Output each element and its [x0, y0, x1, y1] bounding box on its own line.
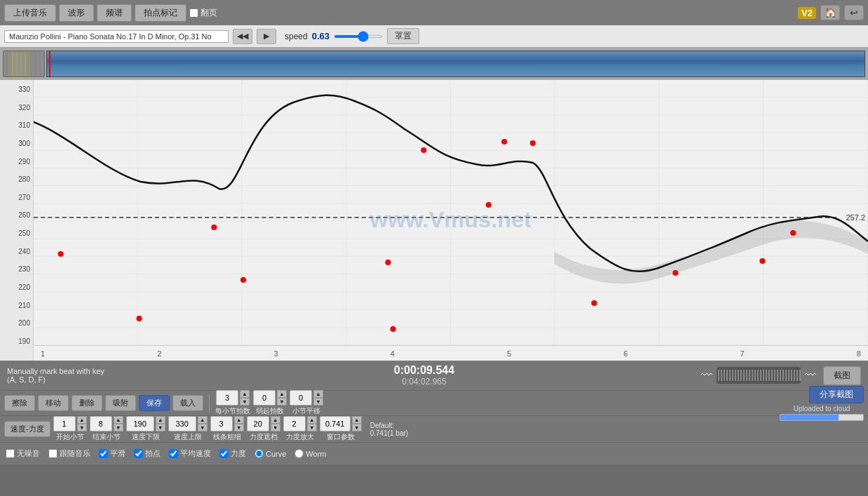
force-zoom-up[interactable]: ▲	[307, 416, 317, 424]
adsorb-button[interactable]: 吸附	[105, 395, 136, 411]
downbeat-group: ▲ ▼ 弱起拍数	[253, 390, 287, 416]
force-smooth-input[interactable]	[247, 416, 269, 431]
key-hint: (A, S, D, F)	[7, 375, 147, 384]
window-param-btns: ▲ ▼	[352, 416, 362, 431]
erase-button[interactable]: 擦除	[4, 395, 35, 411]
end-bar-input[interactable]	[90, 416, 112, 431]
line-weight-input[interactable]	[210, 416, 233, 431]
force-zoom-input[interactable]	[283, 416, 306, 431]
chart-main[interactable]: www.Vmus.net 257.2 1 2 3 4 5 6 7 8	[34, 80, 868, 361]
svg-point-9	[240, 277, 246, 283]
upload-label: Uploaded to cloud	[794, 405, 850, 413]
per-bar-beats-down[interactable]: ▼	[240, 398, 250, 405]
waveform-viewport[interactable]	[9, 51, 29, 76]
freq-button[interactable]: 频谱	[97, 4, 132, 22]
time-display: 0:00:09.544 0:04:02.965	[154, 364, 694, 387]
end-bar-up[interactable]: ▲	[114, 416, 123, 424]
window-param-input[interactable]	[320, 416, 351, 431]
upload-music-button[interactable]: 上传音乐	[4, 4, 56, 22]
force-check-group: 力度	[219, 448, 246, 459]
wave-mini[interactable]	[717, 367, 801, 384]
beat-point-group: 拍点	[134, 448, 161, 459]
worm-radio[interactable]	[294, 449, 304, 458]
speed-upper-down[interactable]: ▼	[198, 424, 208, 431]
window-param-down[interactable]: ▼	[352, 424, 362, 431]
chart-yaxis: 330 320 310 300 290 280 270 260 250 240 …	[0, 80, 34, 361]
start-bar-up[interactable]: ▲	[77, 416, 87, 424]
back-icon[interactable]: ↩	[844, 5, 864, 20]
line-weight-up[interactable]: ▲	[234, 416, 244, 424]
save-button[interactable]: 保存	[139, 395, 170, 411]
confirm-button[interactable]: 罩置	[387, 28, 419, 44]
bar-shift-down[interactable]: ▼	[313, 398, 323, 405]
per-bar-label: 每小节拍数	[215, 406, 250, 416]
force-zoom-group: ▲ ▼ 力度放大	[283, 416, 317, 442]
svg-point-13	[501, 139, 507, 145]
force-smooth-up[interactable]: ▲	[271, 416, 280, 424]
accompaniment-checkbox[interactable]	[48, 449, 57, 458]
speed-lower-group: ▲ ▼ 速度下限	[126, 416, 165, 442]
svg-point-12	[421, 147, 426, 153]
flip-checkbox[interactable]	[189, 8, 198, 18]
svg-text:www.Vmus.net: www.Vmus.net	[369, 207, 531, 232]
per-bar-beats-input[interactable]	[216, 390, 238, 405]
smooth-label: 平滑	[110, 448, 126, 459]
force-zoom-label: 力度放大	[286, 432, 314, 442]
v2-badge: V2	[798, 7, 816, 19]
beat-mark-button[interactable]: 拍点标记	[135, 4, 187, 22]
start-bar-down[interactable]: ▼	[77, 424, 87, 431]
waveform-button[interactable]: 波形	[59, 4, 94, 22]
cut-button[interactable]: 截图	[823, 366, 861, 385]
speed-lower-up[interactable]: ▲	[156, 416, 165, 424]
per-bar-beats-group: ▲ ▼ 每小节拍数	[215, 390, 250, 416]
share-button[interactable]: 分享截图	[809, 386, 864, 403]
play-button[interactable]: ▶	[257, 29, 276, 44]
speed-force-button[interactable]: 速度-力度	[4, 421, 50, 437]
speed-lower-down[interactable]: ▼	[156, 424, 165, 431]
speed-upper-label: 速度上限	[174, 432, 202, 442]
smooth-checkbox[interactable]	[99, 449, 108, 458]
delete-button[interactable]: 删除	[72, 395, 102, 411]
song-title: Maurizio Pollini - Piano Sonata No.17 In…	[4, 30, 229, 43]
window-param-group: ▲ ▼ 窗口参数	[320, 416, 362, 442]
speed-lower-input[interactable]	[126, 416, 154, 431]
force-smooth-down[interactable]: ▼	[271, 424, 280, 431]
per-bar-beats-up[interactable]: ▲	[240, 390, 250, 398]
curve-radio[interactable]	[255, 449, 264, 458]
force-zoom-btns: ▲ ▼	[307, 416, 317, 431]
svg-point-6	[136, 316, 142, 321]
bar-shift-input[interactable]	[290, 390, 312, 405]
beat-point-checkbox[interactable]	[134, 449, 143, 458]
bar-shift-up[interactable]: ▲	[313, 390, 323, 398]
force-zoom-down[interactable]: ▼	[307, 424, 317, 431]
start-bar-label: 开始小节	[56, 432, 84, 442]
speed-upper-input[interactable]	[168, 416, 196, 431]
dashed-value-label: 257.2	[846, 213, 865, 222]
downbeat-input[interactable]	[253, 390, 276, 405]
svg-point-8	[211, 224, 217, 230]
no-noise-checkbox[interactable]	[6, 449, 15, 458]
speed-slider[interactable]	[334, 35, 383, 38]
start-bar-input[interactable]	[53, 416, 76, 431]
line-weight-down[interactable]: ▼	[234, 424, 244, 431]
waveform-main[interactable]	[46, 51, 865, 77]
import-button[interactable]: 载入	[172, 395, 203, 411]
downbeat-down[interactable]: ▼	[277, 398, 287, 405]
prev-button[interactable]: ◀◀	[233, 29, 252, 44]
speed-lower-btns: ▲ ▼	[156, 416, 165, 431]
speed-upper-btns: ▲ ▼	[198, 416, 208, 431]
svg-point-10	[385, 260, 391, 265]
end-bar-down[interactable]: ▼	[114, 424, 123, 431]
speed-upper-up[interactable]: ▲	[198, 416, 208, 424]
chart-svg: www.Vmus.net	[34, 80, 868, 345]
params-toolbar: 速度-力度 ▲ ▼ 开始小节 ▲ ▼ 结束小节 ▲ ▼	[0, 415, 868, 442]
force-checkbox[interactable]	[219, 449, 229, 458]
avg-speed-checkbox[interactable]	[169, 449, 178, 458]
downbeat-up[interactable]: ▲	[277, 390, 287, 398]
waveform-thumb[interactable]	[3, 51, 45, 77]
dashed-value: 257.2	[846, 213, 865, 222]
chart-xaxis: 1 2 3 4 5 6 7 8	[34, 345, 868, 361]
home-icon[interactable]: 🏠	[820, 5, 840, 20]
window-param-up[interactable]: ▲	[352, 416, 362, 424]
move-button[interactable]: 移动	[38, 395, 69, 411]
